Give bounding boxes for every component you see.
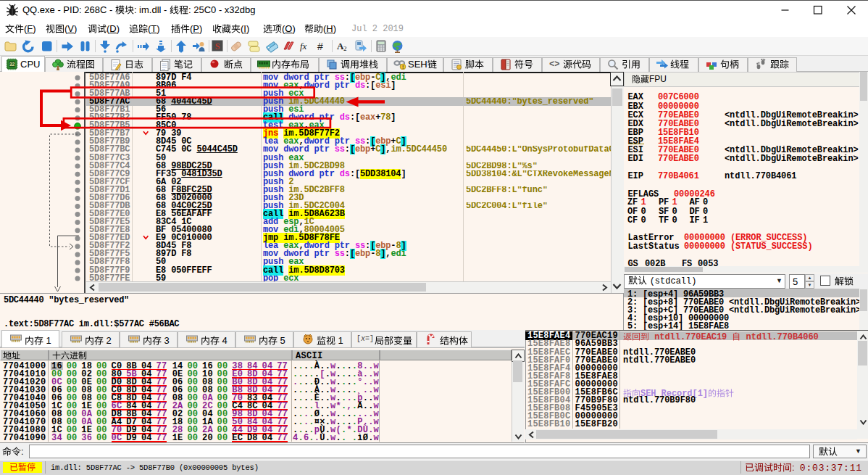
svg-text:fx: fx: [300, 41, 307, 51]
svg-text:<>: <>: [549, 59, 559, 69]
svg-text:2: 2: [343, 45, 347, 52]
svg-text:#: #: [317, 41, 323, 52]
svg-text:!: !: [402, 65, 404, 70]
svg-text:S: S: [215, 41, 220, 51]
svg-text:32: 32: [9, 62, 15, 67]
